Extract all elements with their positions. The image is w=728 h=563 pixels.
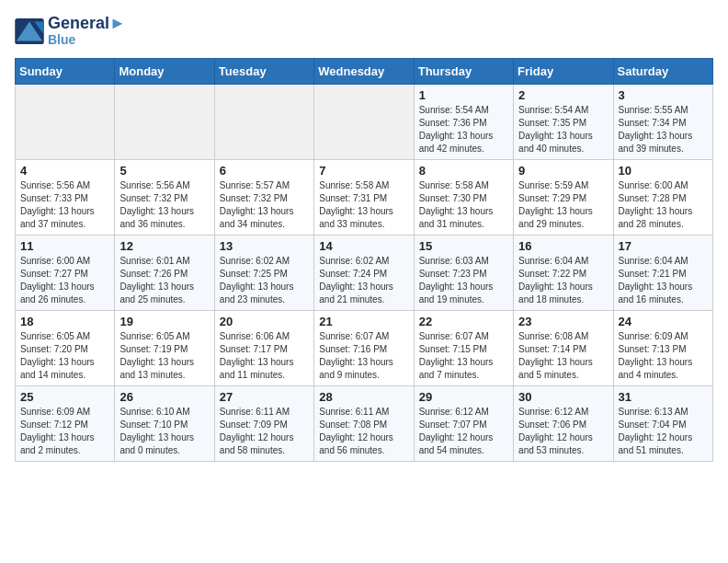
- calendar-cell: 19Sunrise: 6:05 AM Sunset: 7:19 PM Dayli…: [115, 311, 214, 386]
- day-info: Sunrise: 6:12 AM Sunset: 7:06 PM Dayligh…: [518, 406, 608, 457]
- calendar-cell: 29Sunrise: 6:12 AM Sunset: 7:07 PM Dayli…: [414, 386, 513, 462]
- calendar-cell: 24Sunrise: 6:09 AM Sunset: 7:13 PM Dayli…: [613, 311, 712, 386]
- day-number: 17: [619, 239, 708, 253]
- calendar-cell: 20Sunrise: 6:06 AM Sunset: 7:17 PM Dayli…: [214, 311, 313, 386]
- day-info: Sunrise: 5:56 AM Sunset: 7:32 PM Dayligh…: [119, 179, 209, 231]
- day-number: 26: [119, 390, 209, 404]
- calendar-cell: 1Sunrise: 5:54 AM Sunset: 7:36 PM Daylig…: [414, 85, 513, 160]
- day-number: 31: [619, 390, 708, 404]
- day-number: 13: [220, 239, 309, 253]
- calendar-cell: 28Sunrise: 6:11 AM Sunset: 7:08 PM Dayli…: [314, 386, 414, 462]
- day-number: 12: [119, 239, 209, 253]
- calendar-cell: 10Sunrise: 6:00 AM Sunset: 7:28 PM Dayli…: [613, 160, 712, 236]
- day-number: 20: [220, 315, 309, 328]
- day-info: Sunrise: 6:00 AM Sunset: 7:27 PM Dayligh…: [20, 255, 109, 306]
- calendar-cell: 16Sunrise: 6:04 AM Sunset: 7:22 PM Dayli…: [514, 236, 613, 311]
- calendar-cell: 15Sunrise: 6:03 AM Sunset: 7:23 PM Dayli…: [414, 236, 513, 311]
- day-info: Sunrise: 6:03 AM Sunset: 7:23 PM Dayligh…: [419, 255, 508, 306]
- day-info: Sunrise: 6:11 AM Sunset: 7:08 PM Dayligh…: [319, 406, 408, 457]
- day-number: 5: [119, 164, 209, 178]
- calendar-table: SundayMondayTuesdayWednesdayThursdayFrid…: [15, 58, 713, 462]
- day-number: 28: [319, 390, 408, 404]
- day-info: Sunrise: 6:11 AM Sunset: 7:09 PM Dayligh…: [220, 406, 309, 457]
- calendar-week-row: 18Sunrise: 6:05 AM Sunset: 7:20 PM Dayli…: [16, 311, 713, 386]
- day-number: 4: [20, 164, 109, 178]
- day-number: 21: [319, 315, 408, 328]
- calendar-cell: [214, 85, 313, 160]
- calendar-cell: 4Sunrise: 5:56 AM Sunset: 7:33 PM Daylig…: [16, 160, 115, 236]
- day-info: Sunrise: 6:05 AM Sunset: 7:20 PM Dayligh…: [20, 330, 109, 382]
- logo-icon: [15, 18, 44, 44]
- day-number: 27: [220, 390, 309, 404]
- calendar-week-row: 4Sunrise: 5:56 AM Sunset: 7:33 PM Daylig…: [16, 160, 713, 236]
- column-header-friday: Friday: [514, 59, 613, 85]
- calendar-cell: 21Sunrise: 6:07 AM Sunset: 7:16 PM Dayli…: [314, 311, 414, 386]
- day-number: 2: [518, 88, 608, 102]
- day-number: 8: [419, 164, 508, 178]
- day-info: Sunrise: 5:59 AM Sunset: 7:29 PM Dayligh…: [518, 179, 608, 231]
- day-info: Sunrise: 6:05 AM Sunset: 7:19 PM Dayligh…: [119, 330, 209, 382]
- calendar-cell: 5Sunrise: 5:56 AM Sunset: 7:32 PM Daylig…: [115, 160, 214, 236]
- day-number: 15: [419, 239, 508, 253]
- day-number: 6: [220, 164, 309, 178]
- calendar-week-row: 1Sunrise: 5:54 AM Sunset: 7:36 PM Daylig…: [16, 85, 713, 160]
- day-info: Sunrise: 6:04 AM Sunset: 7:22 PM Dayligh…: [518, 255, 608, 306]
- calendar-cell: 9Sunrise: 5:59 AM Sunset: 7:29 PM Daylig…: [514, 160, 613, 236]
- logo-text: General► Blue: [48, 15, 126, 47]
- calendar-cell: 31Sunrise: 6:13 AM Sunset: 7:04 PM Dayli…: [613, 386, 712, 462]
- logo: General► Blue: [15, 15, 126, 47]
- day-info: Sunrise: 6:13 AM Sunset: 7:04 PM Dayligh…: [619, 406, 708, 457]
- day-info: Sunrise: 5:54 AM Sunset: 7:35 PM Dayligh…: [518, 104, 608, 155]
- calendar-cell: 12Sunrise: 6:01 AM Sunset: 7:26 PM Dayli…: [115, 236, 214, 311]
- day-info: Sunrise: 6:06 AM Sunset: 7:17 PM Dayligh…: [220, 330, 309, 382]
- day-info: Sunrise: 6:01 AM Sunset: 7:26 PM Dayligh…: [119, 255, 209, 306]
- column-header-thursday: Thursday: [414, 59, 513, 85]
- day-info: Sunrise: 5:58 AM Sunset: 7:31 PM Dayligh…: [319, 179, 408, 231]
- day-number: 16: [518, 239, 608, 253]
- calendar-cell: 13Sunrise: 6:02 AM Sunset: 7:25 PM Dayli…: [214, 236, 313, 311]
- day-number: 29: [419, 390, 508, 404]
- day-number: 30: [518, 390, 608, 404]
- day-number: 18: [20, 315, 109, 328]
- column-header-tuesday: Tuesday: [214, 59, 313, 85]
- calendar-header-row: SundayMondayTuesdayWednesdayThursdayFrid…: [16, 59, 713, 85]
- day-number: 1: [419, 88, 508, 102]
- calendar-cell: 14Sunrise: 6:02 AM Sunset: 7:24 PM Dayli…: [314, 236, 414, 311]
- calendar-cell: 17Sunrise: 6:04 AM Sunset: 7:21 PM Dayli…: [613, 236, 712, 311]
- calendar-week-row: 25Sunrise: 6:09 AM Sunset: 7:12 PM Dayli…: [16, 386, 713, 462]
- day-number: 7: [319, 164, 408, 178]
- day-number: 11: [20, 239, 109, 253]
- day-info: Sunrise: 6:10 AM Sunset: 7:10 PM Dayligh…: [119, 406, 209, 457]
- calendar-cell: 18Sunrise: 6:05 AM Sunset: 7:20 PM Dayli…: [16, 311, 115, 386]
- day-number: 9: [518, 164, 608, 178]
- day-info: Sunrise: 5:54 AM Sunset: 7:36 PM Dayligh…: [419, 104, 508, 155]
- page-header: General► Blue: [15, 15, 713, 47]
- day-info: Sunrise: 6:09 AM Sunset: 7:12 PM Dayligh…: [20, 406, 109, 457]
- day-info: Sunrise: 6:12 AM Sunset: 7:07 PM Dayligh…: [419, 406, 508, 457]
- calendar-cell: 3Sunrise: 5:55 AM Sunset: 7:34 PM Daylig…: [613, 85, 712, 160]
- calendar-cell: 2Sunrise: 5:54 AM Sunset: 7:35 PM Daylig…: [514, 85, 613, 160]
- calendar-cell: 27Sunrise: 6:11 AM Sunset: 7:09 PM Dayli…: [214, 386, 313, 462]
- column-header-wednesday: Wednesday: [314, 59, 414, 85]
- day-info: Sunrise: 5:57 AM Sunset: 7:32 PM Dayligh…: [220, 179, 309, 231]
- calendar-week-row: 11Sunrise: 6:00 AM Sunset: 7:27 PM Dayli…: [16, 236, 713, 311]
- calendar-cell: 11Sunrise: 6:00 AM Sunset: 7:27 PM Dayli…: [16, 236, 115, 311]
- day-info: Sunrise: 6:09 AM Sunset: 7:13 PM Dayligh…: [619, 330, 708, 382]
- day-info: Sunrise: 6:04 AM Sunset: 7:21 PM Dayligh…: [619, 255, 708, 306]
- calendar-cell: 23Sunrise: 6:08 AM Sunset: 7:14 PM Dayli…: [514, 311, 613, 386]
- column-header-saturday: Saturday: [613, 59, 712, 85]
- calendar-cell: [314, 85, 414, 160]
- column-header-monday: Monday: [115, 59, 214, 85]
- calendar-cell: 7Sunrise: 5:58 AM Sunset: 7:31 PM Daylig…: [314, 160, 414, 236]
- day-info: Sunrise: 6:07 AM Sunset: 7:16 PM Dayligh…: [319, 330, 408, 382]
- calendar-cell: 30Sunrise: 6:12 AM Sunset: 7:06 PM Dayli…: [514, 386, 613, 462]
- day-number: 23: [518, 315, 608, 328]
- day-info: Sunrise: 6:08 AM Sunset: 7:14 PM Dayligh…: [518, 330, 608, 382]
- day-info: Sunrise: 5:58 AM Sunset: 7:30 PM Dayligh…: [419, 179, 508, 231]
- calendar-cell: 26Sunrise: 6:10 AM Sunset: 7:10 PM Dayli…: [115, 386, 214, 462]
- calendar-cell: 25Sunrise: 6:09 AM Sunset: 7:12 PM Dayli…: [16, 386, 115, 462]
- day-number: 3: [619, 88, 708, 102]
- day-number: 22: [419, 315, 508, 328]
- day-number: 25: [20, 390, 109, 404]
- calendar-cell: 8Sunrise: 5:58 AM Sunset: 7:30 PM Daylig…: [414, 160, 513, 236]
